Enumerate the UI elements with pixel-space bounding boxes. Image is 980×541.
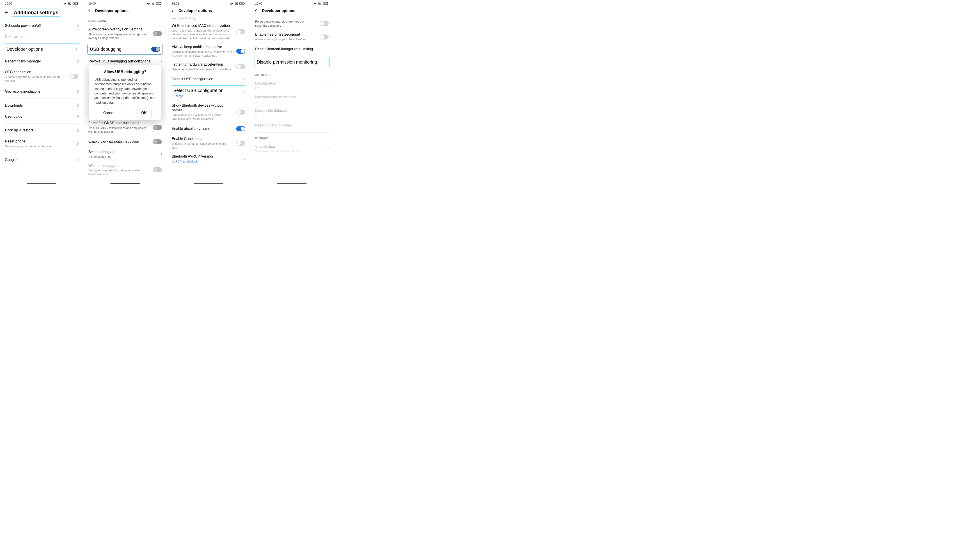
row-gnss[interactable]: Force full GNSS measurementsTrack all GN… (88, 119, 163, 136)
toggle-otg[interactable] (69, 74, 78, 79)
chevron-right-icon (159, 153, 162, 156)
row-wait-debugger: Wait for debuggerDebugged app waits for … (88, 161, 163, 179)
usb-debug-dialog: Allow USB debugging? USB debugging is in… (89, 65, 161, 120)
back-icon[interactable] (88, 9, 92, 13)
row-sublabel: No debug app set (88, 155, 158, 159)
divider (127, 110, 128, 116)
row-view-attr[interactable]: Enable view attribute inspection (88, 136, 163, 147)
row-sublabel: Network, apps, or device can be reset (5, 145, 75, 148)
row-bt-noname[interactable]: Show Bluetooth devices without namesBlue… (171, 101, 246, 123)
row-mac-randomization[interactable]: Wi-Fi-enhanced MAC randomizationWhen thi… (171, 21, 246, 42)
row-label: Enable absolute volume (172, 126, 234, 131)
row-label: Disable permission monitoring (257, 59, 327, 65)
row-label: Always keep mobile data active (172, 45, 234, 49)
row-downloads[interactable]: Downloads (4, 100, 80, 111)
ok-button[interactable]: OK (137, 109, 151, 117)
back-icon[interactable] (171, 9, 175, 13)
row-google[interactable]: Google (4, 154, 80, 165)
row-disable-permission[interactable]: Disable permission monitoring (254, 56, 329, 68)
row-label: Default USB configuration (172, 77, 241, 81)
row-avrcp[interactable]: Bluetooth AVRCP VersionAVRCP 1.4 (Defaul… (171, 152, 246, 165)
status-bar: 16:00 58 (250, 0, 334, 7)
status-bar: 16:02 57 (167, 0, 250, 7)
row-reset-defaults: Reset to default values (254, 120, 329, 131)
chevron-right-icon (76, 115, 79, 118)
row-label: Enable Gabeldorsche (172, 137, 234, 141)
row-sublabel: Allows sizecompat apps to be in freeform (255, 38, 317, 41)
nav-handle[interactable] (194, 183, 223, 184)
screen-dev-options-usb: 16:02 57 Developer options Wi-Fi scan th… (167, 0, 250, 185)
back-icon[interactable] (4, 10, 9, 15)
row-sim-apps[interactable]: SIM card apps (4, 31, 80, 42)
row-label: Google (5, 158, 75, 162)
row-reset-phone[interactable]: Reset phoneNetwork, apps, or device can … (4, 136, 80, 151)
toggle-freeform[interactable] (320, 35, 329, 40)
row-label: Get recommendations (5, 89, 75, 94)
row-select-usb-config[interactable]: Select USB configurationCharge (171, 86, 246, 100)
row-developer-options[interactable]: Developer options (4, 43, 80, 55)
row-sublabel: 10 (255, 100, 329, 104)
row-label: Shared data (255, 144, 325, 149)
row-logging-level: Logging levelOff (254, 79, 329, 93)
svg-text:57: 57 (241, 3, 243, 5)
nav-handle[interactable] (27, 183, 56, 184)
svg-text:58: 58 (158, 3, 159, 5)
row-sublabel: AVRCP 1.4 (Default) (172, 159, 241, 164)
row-user-guide[interactable]: User guide (4, 111, 80, 122)
section-autofill: AUTOFILL (254, 71, 329, 79)
row-default-usb[interactable]: Default USB configuration (171, 74, 246, 85)
toggle-bt-noname[interactable] (236, 110, 245, 115)
row-schedule-power[interactable]: Schedule power on/off (4, 20, 80, 31)
row-recommendations[interactable]: Get recommendations (4, 86, 80, 97)
row-label: Downloads (5, 103, 75, 108)
toggle-overlays[interactable] (153, 31, 162, 36)
toggle-desktop-mode[interactable] (320, 21, 329, 26)
row-sublabel: Bluetooth devices without names (MAC add… (172, 113, 234, 121)
wifi-icon (63, 2, 67, 5)
row-reset-shortcut[interactable]: Reset ShortcutManager rate-limiting (254, 44, 329, 55)
battery-icon: 58 (323, 2, 329, 5)
row-usb-debugging[interactable]: USB debugging (88, 44, 163, 54)
toggle-mac-rand[interactable] (236, 29, 245, 34)
row-screen-overlays[interactable]: Allow screen overlays on SettingsAllow a… (88, 25, 163, 42)
status-time: 16:00 (5, 2, 13, 5)
page-header: Developer options (83, 7, 167, 17)
row-backup[interactable]: Back up & restore (4, 125, 80, 136)
row-sublabel: Use tethering hardware acceleration if a… (172, 68, 234, 72)
back-icon[interactable] (254, 9, 259, 13)
chevron-right-icon (76, 129, 79, 132)
toggle-tethering[interactable] (236, 64, 245, 69)
row-label: Force experimental desktop mode on secon… (255, 20, 317, 28)
nav-handle[interactable] (277, 183, 307, 184)
row-label: Revoke USB debugging authorizations (88, 59, 158, 64)
svg-rect-10 (245, 3, 245, 4)
row-tethering-accel[interactable]: Tethering hardware accelerationUse tethe… (171, 60, 246, 74)
row-label: Max visible datasets (255, 108, 329, 113)
row-sublabel: Allow apps that can display over other a… (88, 32, 151, 40)
row-max-visible: Max visible datasets0 (254, 106, 329, 120)
row-select-debug-app[interactable]: Select debug appNo debug app set (88, 147, 163, 161)
row-label: OTG connection (5, 70, 67, 75)
section-debugging: DEBUGGING (88, 17, 163, 25)
row-freeform[interactable]: Enable freeform sizecompatAllows sizecom… (254, 30, 329, 44)
row-recent-tasks[interactable]: Recent tasks manager (4, 56, 80, 67)
toggle-view-attr[interactable] (153, 139, 162, 144)
row-mobile-data-active[interactable]: Always keep mobile data activeAlways kee… (171, 42, 246, 60)
row-label: Enable view attribute inspection (88, 139, 151, 144)
toggle-abs-volume[interactable] (236, 126, 245, 131)
row-gabeldorsche[interactable]: Enable GabeldorscheEnables the Bluetooth… (171, 134, 246, 152)
divider (4, 123, 80, 124)
settings-list: Wi-Fi scan throttling Wi-Fi-enhanced MAC… (167, 17, 250, 185)
toggle-gabeldorsche[interactable] (236, 141, 245, 146)
page-title: Developer options (178, 9, 212, 13)
row-absolute-volume[interactable]: Enable absolute volume (171, 123, 246, 134)
cancel-button[interactable]: Cancel (99, 109, 119, 117)
toggle-mobile-data[interactable] (236, 49, 245, 54)
row-otg[interactable]: OTG connectionAutomatically turn off whe… (4, 67, 80, 86)
battery-saver-icon (235, 2, 238, 5)
toggle-gnss[interactable] (153, 125, 162, 130)
status-bar: 16:00 58 (83, 0, 167, 7)
toggle-usb-debugging[interactable] (151, 47, 160, 52)
nav-handle[interactable] (110, 183, 140, 184)
row-desktop-mode[interactable]: Force experimental desktop mode on secon… (254, 17, 329, 30)
